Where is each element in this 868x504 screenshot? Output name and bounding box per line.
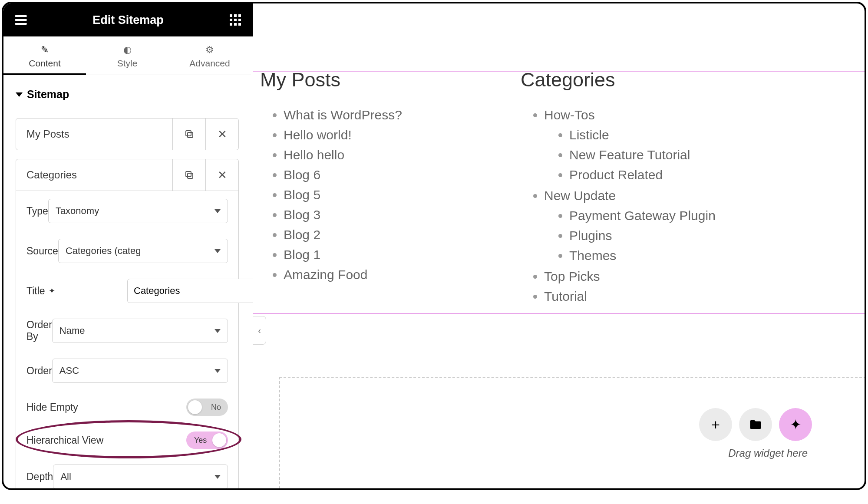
widgets-button[interactable] xyxy=(228,13,242,27)
preview-area: My Posts What is WordPress?Hello world!H… xyxy=(253,3,865,488)
field-label-hideempty: Hide Empty xyxy=(26,402,186,413)
list-item[interactable]: Blog 5 xyxy=(284,186,486,204)
list-item[interactable]: What is WordPress? xyxy=(284,106,486,124)
menu-button[interactable] xyxy=(14,13,28,27)
folder-icon xyxy=(749,418,762,431)
list-item[interactable]: Tutorial xyxy=(544,287,746,306)
drop-zone[interactable]: ＋ ✦ Drag widget here xyxy=(279,377,866,488)
repeater-item-categories: Categories ✕ Type Taxonomy xyxy=(16,159,239,488)
section-title: Sitemap xyxy=(27,88,69,101)
list-item[interactable]: Top Picks xyxy=(544,267,746,286)
toggle-hide-empty[interactable]: No xyxy=(186,399,228,416)
close-icon: ✕ xyxy=(218,168,227,182)
field-label-title: Title ✦ xyxy=(26,285,127,297)
ai-stars-icon: ✦ xyxy=(49,286,55,296)
title-input[interactable] xyxy=(127,279,253,303)
duplicate-button[interactable] xyxy=(172,159,205,191)
toggle-knob xyxy=(188,400,202,414)
select-source-value: Categories (categ xyxy=(66,245,141,257)
plus-icon: ＋ xyxy=(709,415,723,434)
list-item[interactable]: Payment Gateway Plugin xyxy=(569,207,746,225)
panel-title: Edit Sitemap xyxy=(92,13,164,27)
chevron-left-icon: ‹ xyxy=(258,326,261,336)
field-label-order: Order xyxy=(26,365,52,377)
drop-zone-label: Drag widget here xyxy=(728,447,808,459)
list-item[interactable]: Plugins xyxy=(569,227,746,245)
svg-rect-1 xyxy=(186,131,191,136)
chevron-down-icon xyxy=(215,475,221,479)
list-item[interactable]: Themes xyxy=(569,247,746,265)
list-item[interactable]: Amazing Food xyxy=(284,266,486,284)
svg-rect-2 xyxy=(188,173,193,178)
repeater-item-body: Type Taxonomy Source Categories (categ xyxy=(16,191,238,488)
repeater-item-title[interactable]: My Posts xyxy=(16,119,172,150)
select-order[interactable]: ASC xyxy=(52,359,228,383)
repeater-item-title[interactable]: Categories xyxy=(16,159,172,191)
field-label-source: Source xyxy=(26,245,58,257)
list-item[interactable]: New UpdatePayment Gateway PluginPluginsT… xyxy=(544,187,746,265)
collapse-sidebar-button[interactable]: ‹ xyxy=(253,316,266,345)
select-orderby-value: Name xyxy=(59,325,85,336)
toggle-hierarchical-value: Yes xyxy=(194,436,207,445)
ai-sparkle-icon: ✦ xyxy=(790,416,802,433)
toggle-knob xyxy=(212,433,226,447)
list-item[interactable]: Blog 2 xyxy=(284,226,486,244)
chevron-down-icon xyxy=(215,369,221,373)
select-orderby[interactable]: Name xyxy=(52,319,228,343)
sitemap-column-posts: My Posts What is WordPress?Hello world!H… xyxy=(260,69,486,307)
chevron-down-icon xyxy=(215,249,221,253)
duplicate-button[interactable] xyxy=(172,119,205,150)
field-label-hierarchical: Hierarchical View xyxy=(26,435,186,446)
contrast-icon: ◐ xyxy=(86,44,168,56)
caret-down-icon xyxy=(16,92,23,97)
remove-button[interactable]: ✕ xyxy=(205,159,238,191)
hamburger-icon xyxy=(15,15,27,25)
pencil-icon: ✎ xyxy=(3,44,86,56)
select-type-value: Taxonomy xyxy=(56,205,99,217)
posts-heading: My Posts xyxy=(260,69,486,91)
tab-advanced-label: Advanced xyxy=(189,58,230,68)
list-item[interactable]: Hello hello xyxy=(284,146,486,164)
posts-list: What is WordPress?Hello world!Hello hell… xyxy=(260,106,486,284)
list-item[interactable]: Listicle xyxy=(569,126,746,144)
svg-rect-0 xyxy=(188,132,193,138)
select-depth[interactable]: All xyxy=(53,464,228,488)
list-item[interactable]: Blog 1 xyxy=(284,246,486,264)
gear-icon: ⚙ xyxy=(168,44,251,56)
list-item[interactable]: Blog 6 xyxy=(284,166,486,184)
list-item[interactable]: New Feature Tutorial xyxy=(569,146,746,164)
add-widget-button[interactable]: ＋ xyxy=(699,408,732,441)
folder-button[interactable] xyxy=(739,408,772,441)
chevron-down-icon xyxy=(215,209,221,213)
tab-bar: ✎ Content ◐ Style ⚙ Advanced xyxy=(3,36,251,75)
tab-content[interactable]: ✎ Content xyxy=(3,36,86,75)
remove-button[interactable]: ✕ xyxy=(205,119,238,150)
list-item[interactable]: How-TosListicleNew Feature TutorialProdu… xyxy=(544,106,746,184)
select-order-value: ASC xyxy=(59,365,79,376)
copy-icon xyxy=(184,129,195,139)
field-label-depth: Depth xyxy=(26,471,53,483)
list-item[interactable]: Product Related xyxy=(569,166,746,184)
tab-advanced[interactable]: ⚙ Advanced xyxy=(168,36,251,75)
chevron-down-icon xyxy=(215,329,221,333)
list-item[interactable]: Hello world! xyxy=(284,126,486,144)
categories-heading: Categories xyxy=(521,69,746,91)
svg-rect-3 xyxy=(186,171,191,177)
tab-style-label: Style xyxy=(117,58,138,68)
grid-icon xyxy=(230,14,241,26)
tab-content-label: Content xyxy=(29,58,61,68)
list-item[interactable]: Blog 3 xyxy=(284,206,486,224)
categories-list: How-TosListicleNew Feature TutorialProdu… xyxy=(521,106,746,306)
select-depth-value: All xyxy=(60,471,71,482)
toggle-hierarchical-view[interactable]: Yes xyxy=(186,432,228,449)
repeater-item-my-posts: My Posts ✕ xyxy=(16,118,239,150)
select-type[interactable]: Taxonomy xyxy=(48,199,228,223)
section-toggle-sitemap[interactable]: Sitemap xyxy=(3,75,251,118)
field-label-type: Type xyxy=(26,205,48,217)
select-source[interactable]: Categories (categ xyxy=(58,239,228,263)
sitemap-column-categories: Categories How-TosListicleNew Feature Tu… xyxy=(521,69,746,307)
toggle-hide-empty-value: No xyxy=(211,403,221,412)
tab-style[interactable]: ◐ Style xyxy=(86,36,168,75)
field-label-orderby: Order By xyxy=(26,319,52,343)
ai-button[interactable]: ✦ xyxy=(779,408,812,441)
